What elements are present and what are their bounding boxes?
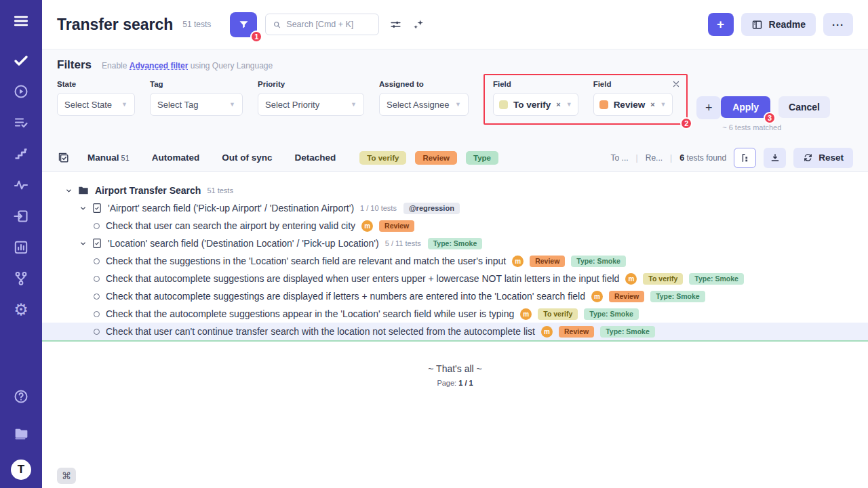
- filters-panel: Filters Enable Advanced filter using Que…: [42, 49, 868, 144]
- type-smoke-chip: Type: Smoke: [584, 308, 639, 320]
- tree-suite-row[interactable]: 'Airport' search field ('Pick-up Airport…: [42, 199, 868, 217]
- chevron-down-icon: ▼: [224, 101, 235, 108]
- tests-count: 51 tests: [182, 20, 211, 29]
- tests-check-icon[interactable]: [9, 50, 33, 70]
- tag-select[interactable]: Select Tag ▼: [150, 93, 243, 116]
- state-select[interactable]: Select State ▼: [57, 93, 135, 116]
- tab-manual[interactable]: Manual51: [87, 152, 130, 163]
- tree-test-row[interactable]: Check that the suggestions in the 'Locat…: [42, 252, 868, 270]
- help-icon[interactable]: [9, 386, 33, 407]
- filter-group-state: State Select State ▼: [57, 80, 135, 116]
- pagination: Page: 1 / 1: [42, 379, 868, 387]
- chevron-down-icon: ▼: [345, 101, 357, 108]
- column-to[interactable]: To ...: [611, 153, 629, 163]
- remove-field-filter-icon[interactable]: [672, 80, 680, 88]
- download-button[interactable]: [764, 148, 786, 168]
- chip-to-verify[interactable]: To verify: [359, 151, 406, 165]
- list-footer: ~ That's all ~ Page: 1 / 1: [42, 363, 868, 387]
- filter-button-wrap: 1: [230, 12, 257, 37]
- tree-folder-row[interactable]: Airport Transfer Search 51 tests: [42, 182, 868, 199]
- review-chip: Review: [609, 291, 644, 302]
- run-play-icon[interactable]: [9, 81, 33, 102]
- filter-group-tag: Tag Select Tag ▼: [150, 80, 243, 116]
- tree-test-row[interactable]: Check that user can search the airport b…: [42, 217, 868, 235]
- tree-test-row[interactable]: Check that autocomplete suggestings are …: [42, 287, 868, 305]
- reset-button[interactable]: Reset: [793, 148, 853, 168]
- top-bar: Transfer search 51 tests 1 +: [42, 0, 868, 49]
- assignee-select[interactable]: Select Assignee ▼: [379, 93, 469, 116]
- field-select-to-verify[interactable]: To verify × ▼: [493, 93, 578, 116]
- priority-select[interactable]: Select Priority ▼: [258, 93, 364, 116]
- annotated-field-filters: Field To verify × ▼ Field Review: [484, 74, 688, 125]
- suite-doc-icon: [92, 203, 102, 214]
- manual-badge: m: [520, 308, 532, 320]
- annotation-badge-1: 1: [250, 30, 262, 43]
- review-chip: Review: [379, 220, 414, 232]
- filter-group-assignee: Assigned to Select Assignee ▼: [379, 80, 469, 116]
- add-field-filter-button[interactable]: +: [696, 96, 721, 119]
- test-bullet-icon: [94, 258, 100, 264]
- hamburger-menu-icon[interactable]: [9, 11, 33, 31]
- cancel-button[interactable]: Cancel: [778, 96, 830, 118]
- chip-review[interactable]: Review: [415, 151, 457, 165]
- column-re[interactable]: Re...: [646, 153, 663, 163]
- manual-badge: m: [361, 220, 373, 232]
- chevron-down-icon[interactable]: [79, 240, 87, 247]
- analytics-pulse-icon[interactable]: [9, 175, 33, 195]
- to-verify-chip: To verify: [538, 308, 578, 320]
- settings-gear-icon[interactable]: ⚙: [9, 300, 33, 320]
- page-title: Transfer search: [57, 16, 173, 34]
- thats-all-text: ~ That's all ~: [42, 363, 868, 374]
- tab-automated[interactable]: Automated: [152, 152, 200, 163]
- to-verify-color-swatch: [499, 100, 508, 109]
- bulk-select-icon[interactable]: [57, 151, 70, 164]
- steps-icon[interactable]: [9, 144, 33, 164]
- sparkles-ai-icon[interactable]: [412, 18, 425, 31]
- suite-doc-icon: [92, 238, 102, 249]
- command-shortcut-button[interactable]: ⌘: [57, 468, 76, 484]
- readme-button[interactable]: Readme: [741, 13, 816, 36]
- tree-view-icon: [740, 152, 751, 163]
- chevron-down-icon[interactable]: [65, 187, 73, 195]
- search-box[interactable]: [265, 14, 379, 35]
- chevron-down-icon: ▼: [450, 101, 461, 108]
- tab-detached[interactable]: Detached: [295, 152, 336, 163]
- test-plans-icon[interactable]: [9, 113, 33, 133]
- field-select-review[interactable]: Review × ▼: [593, 93, 673, 116]
- projects-folder-icon[interactable]: [9, 423, 33, 443]
- chevron-down-icon[interactable]: [79, 205, 87, 212]
- apply-button[interactable]: Apply: [721, 96, 770, 118]
- tree-view-toggle[interactable]: [734, 148, 756, 168]
- adjustments-icon[interactable]: [389, 18, 402, 31]
- tab-out-of-sync[interactable]: Out of sync: [222, 152, 272, 163]
- import-box-icon[interactable]: [9, 206, 33, 226]
- tree-test-row[interactable]: Check that autocomplete suggestions are …: [42, 270, 868, 287]
- test-tree: Airport Transfer Search 51 tests 'Airpor…: [42, 172, 868, 488]
- tree-test-row[interactable]: Check that the autocomplete suggestions …: [42, 305, 868, 323]
- apply-area: Apply 3 Cancel ~ 6 tests matched: [721, 80, 830, 131]
- chip-type[interactable]: Type: [466, 151, 498, 165]
- reports-chart-icon[interactable]: [9, 237, 33, 258]
- tree-test-row-selected[interactable]: Check that user can't continue transfer …: [42, 323, 868, 342]
- app-logo[interactable]: T: [11, 460, 31, 480]
- review-chip: Review: [559, 326, 594, 338]
- annotation-badge-3: 3: [764, 112, 776, 124]
- test-bullet-icon: [94, 311, 100, 317]
- filter-group-priority: Priority Select Priority ▼: [258, 80, 364, 116]
- add-button[interactable]: +: [708, 13, 734, 36]
- toolbar-right: To ... | Re... | 6 tests found Reset: [611, 148, 853, 168]
- type-smoke-chip: Type: Smoke: [571, 256, 626, 267]
- branches-icon[interactable]: [9, 268, 33, 289]
- advanced-filter-link[interactable]: Advanced filter: [130, 61, 189, 70]
- chevron-down-icon: ▼: [655, 101, 667, 108]
- review-chip: Review: [530, 256, 565, 267]
- test-bullet-icon: [94, 329, 100, 335]
- filter-group-field-1: Field To verify × ▼: [493, 80, 578, 116]
- type-smoke-chip: Type: Smoke: [428, 238, 483, 249]
- tests-found-count: 6 tests found: [679, 153, 726, 163]
- search-input[interactable]: [286, 20, 372, 29]
- test-bullet-icon: [94, 223, 100, 229]
- more-options-button[interactable]: ···: [823, 13, 853, 36]
- app-window: ⚙ T Transfer search 51 tests 1: [0, 0, 868, 488]
- tree-suite-row[interactable]: 'Location' search field ('Destination Lo…: [42, 235, 868, 252]
